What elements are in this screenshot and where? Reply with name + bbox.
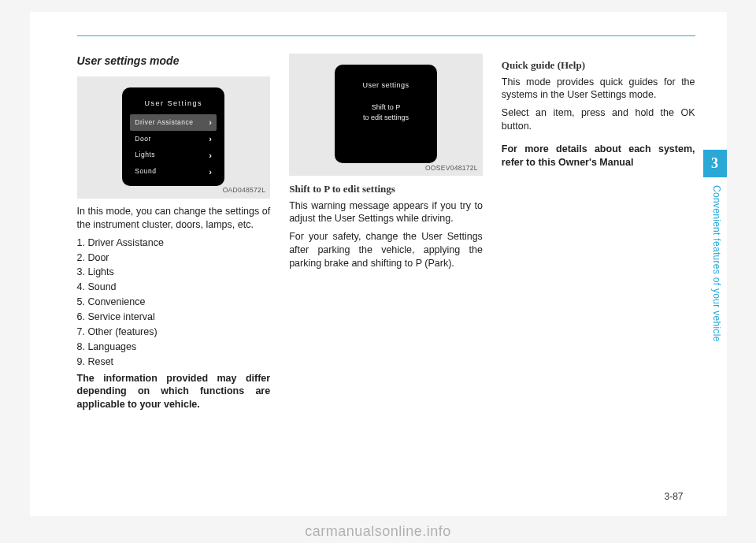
watermark: carmanualsonline.info bbox=[305, 523, 451, 540]
paragraph: Select an item, press and hold the OK bu… bbox=[502, 106, 695, 133]
intro-paragraph: In this mode, you can change the setting… bbox=[77, 205, 271, 232]
list-item: 4. Sound bbox=[77, 281, 271, 294]
section-title: User settings mode bbox=[77, 54, 271, 69]
list-item: 9. Reset bbox=[77, 355, 271, 369]
cluster-screen-warning: User settings Shift to P to edit setting… bbox=[335, 65, 437, 163]
screen-title: User Settings bbox=[130, 99, 217, 108]
paragraph: This warning message appears if you try … bbox=[289, 199, 483, 226]
subheading-shift-to-p: Shift to P to edit settings bbox=[289, 182, 483, 196]
figure-user-settings-menu: User Settings Driver Assistance › Door ›… bbox=[77, 76, 271, 199]
chevron-right-icon: › bbox=[209, 166, 212, 178]
screen-title: User settings bbox=[362, 80, 409, 90]
figure-caption: OOSEV048172L bbox=[425, 164, 478, 173]
paragraph: This mode provides quick guides for the … bbox=[502, 76, 695, 102]
note-paragraph: For more details about each system, refe… bbox=[502, 143, 695, 169]
chevron-right-icon: › bbox=[209, 150, 212, 162]
subheading-quick-guide: Quick guide (Help) bbox=[502, 58, 695, 73]
column-1: User settings mode User Settings Driver … bbox=[77, 54, 271, 411]
chapter-tab: 3 bbox=[703, 150, 727, 181]
chevron-right-icon: › bbox=[209, 133, 212, 145]
list-item: 6. Service interval bbox=[77, 311, 271, 324]
cluster-screen-menu: User Settings Driver Assistance › Door ›… bbox=[122, 87, 224, 186]
list-item: 8. Languages bbox=[77, 340, 271, 354]
chevron-right-icon: › bbox=[209, 117, 212, 128]
list-item: 3. Lights bbox=[77, 266, 271, 279]
menu-item-door: Door › bbox=[130, 131, 217, 147]
list-item: 2. Door bbox=[77, 251, 271, 265]
menu-item-lights: Lights › bbox=[130, 147, 217, 164]
content-columns: User settings mode User Settings Driver … bbox=[77, 54, 695, 411]
screen-message: Shift to P to edit settings bbox=[363, 102, 409, 122]
menu-item-driver-assistance: Driver Assistance › bbox=[130, 114, 217, 131]
column-3: Quick guide (Help) This mode provides qu… bbox=[502, 54, 695, 411]
list-item: 7. Other (features) bbox=[77, 325, 271, 339]
menu-label: Driver Assistance bbox=[135, 118, 193, 127]
msg-line-1: Shift to P bbox=[372, 103, 401, 111]
list-item: 1. Driver Assistance bbox=[77, 236, 271, 250]
page-number: 3-87 bbox=[664, 491, 683, 502]
list-item: 5. Convenience bbox=[77, 296, 271, 309]
figure-caption: OAD048572L bbox=[223, 186, 266, 195]
column-2: User settings Shift to P to edit setting… bbox=[289, 54, 483, 411]
menu-label: Lights bbox=[135, 151, 155, 159]
chapter-number: 3 bbox=[703, 150, 727, 177]
top-rule bbox=[77, 35, 695, 36]
figure-shift-to-p: User settings Shift to P to edit setting… bbox=[289, 54, 483, 176]
note-paragraph: The information provided may differ depe… bbox=[77, 372, 271, 412]
menu-label: Sound bbox=[135, 167, 156, 176]
msg-line-2: to edit settings bbox=[363, 113, 409, 121]
menu-label: Door bbox=[135, 135, 150, 143]
chapter-label: Convenient features of your vehicle bbox=[711, 185, 722, 342]
paragraph: For your safety, change the User Setting… bbox=[289, 230, 483, 270]
manual-page: User settings mode User Settings Driver … bbox=[30, 12, 727, 516]
menu-item-sound: Sound › bbox=[130, 164, 217, 180]
